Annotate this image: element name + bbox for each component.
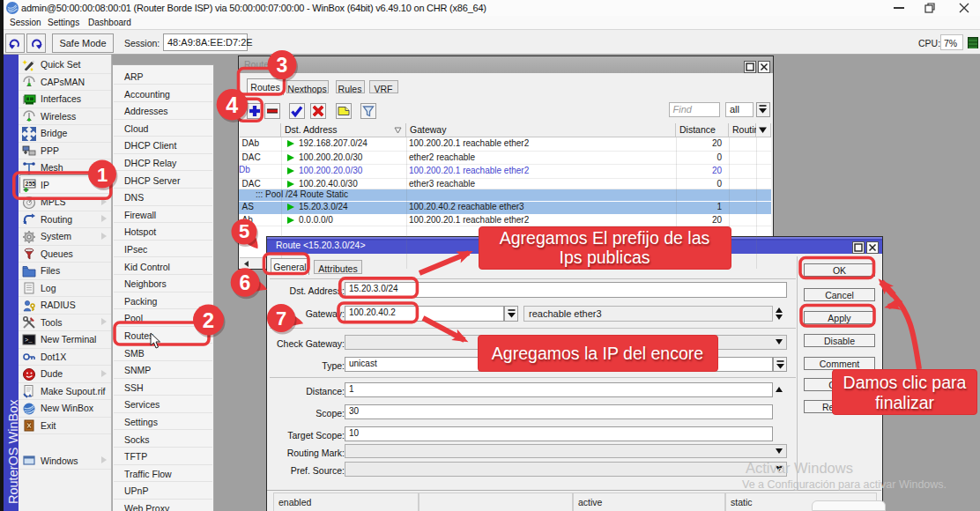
svg-text:4: 4 [226,93,238,117]
svg-text:6: 6 [240,271,251,294]
svg-text:2: 2 [203,308,214,332]
svg-text:3: 3 [277,54,288,77]
svg-text:1: 1 [97,164,108,186]
svg-text:7: 7 [276,307,286,330]
svg-text:5: 5 [239,220,249,242]
